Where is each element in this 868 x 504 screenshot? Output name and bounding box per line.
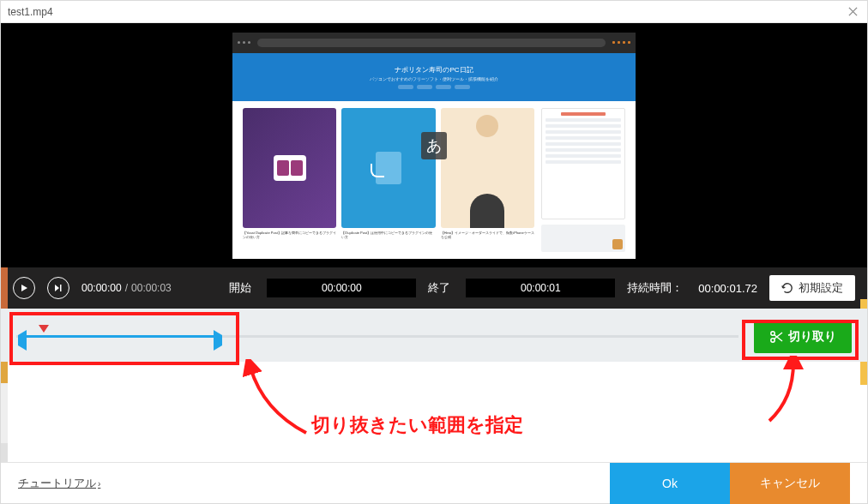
end-time-input[interactable] <box>466 279 615 297</box>
end-label: 終了 <box>428 280 450 296</box>
close-button[interactable] <box>845 4 860 20</box>
tutorial-link[interactable]: チュートリアル› <box>18 476 100 491</box>
range-handle-end[interactable] <box>214 330 222 351</box>
step-button[interactable] <box>47 277 69 299</box>
scissors-icon <box>769 330 783 344</box>
cancel-button[interactable]: キャンセル <box>730 463 850 504</box>
timeline-track[interactable] <box>16 325 738 349</box>
playback-controls: 00:00:00 / 00:00:03 開始 終了 持続時間： 00:00:01… <box>1 267 867 309</box>
time-display: 00:00:00 / 00:00:03 <box>81 282 172 294</box>
video-preview[interactable]: ナポリタン寿司のPC日記 パソコンでおすすめのフリーソフト・便利ツール・拡張機能… <box>1 23 867 267</box>
step-icon <box>54 284 63 292</box>
start-label: 開始 <box>229 280 251 296</box>
annotation-text: 切り抜きたい範囲を指定 <box>311 412 523 438</box>
range-handle-start[interactable] <box>18 330 27 351</box>
playhead-marker[interactable] <box>39 325 49 333</box>
total-time: 00:00:03 <box>131 282 172 294</box>
title-bar: test1.mp4 <box>1 1 867 23</box>
selection-range <box>20 335 219 338</box>
window-title: test1.mp4 <box>8 6 845 18</box>
play-button[interactable] <box>13 277 35 299</box>
current-time: 00:00:00 <box>81 282 122 294</box>
video-frame: ナポリタン寿司のPC日記 パソコンでおすすめのフリーソフト・便利ツール・拡張機能… <box>232 33 636 259</box>
start-time-input[interactable] <box>267 279 416 297</box>
ok-button[interactable]: Ok <box>610 463 730 504</box>
video-cut-window: test1.mp4 ナポリタン寿司のPC日記 パソコンでおすすめのフリーソフト・… <box>0 0 868 504</box>
refresh-icon <box>781 282 793 294</box>
close-icon <box>848 7 858 16</box>
timeline-area: 切り取り <box>1 309 867 362</box>
footer: チュートリアル› Ok キャンセル <box>1 462 867 503</box>
duration-value: 00:00:01.72 <box>698 282 757 295</box>
preview-banner-title: ナポリタン寿司のPC日記 <box>395 65 473 75</box>
chevron-right-icon: › <box>98 479 100 489</box>
duration-label: 持続時間： <box>627 280 683 296</box>
annotation-arrow-left <box>169 359 315 436</box>
reset-button[interactable]: 初期設定 <box>769 275 855 301</box>
annotation-arrow-right <box>761 356 821 424</box>
cut-button[interactable]: 切り取り <box>754 321 852 353</box>
play-icon <box>20 284 28 292</box>
